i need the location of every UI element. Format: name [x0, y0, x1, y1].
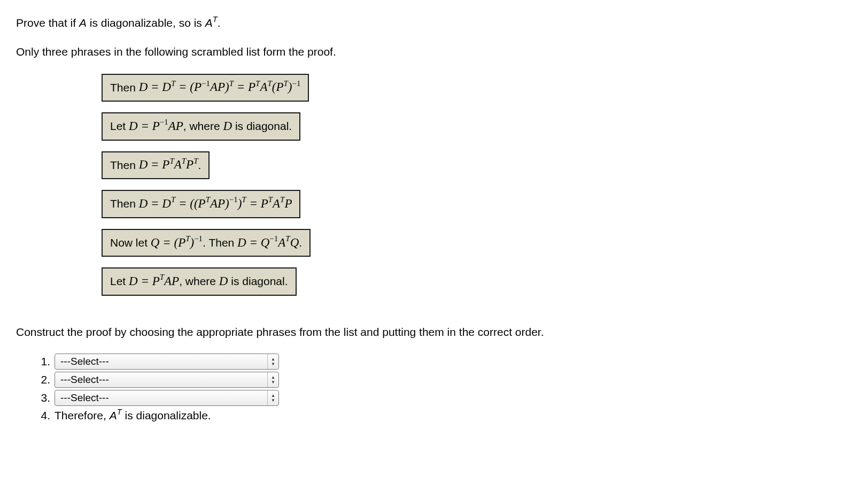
superscript-T: T [213, 15, 218, 24]
text: is diagonalizable. [122, 409, 211, 421]
select-phrase-3[interactable]: ---Select--- ▲ ▼ [55, 390, 279, 406]
math-expr: D = DT = (P−1AP)T = PTAT(PT)−1 [139, 80, 301, 94]
problem-statement: Prove that if A is diagonalizable, so is… [16, 15, 852, 30]
proof-step-1: 1. ---Select--- ▲ ▼ [34, 354, 852, 370]
step-number: 3. [34, 392, 50, 404]
math-expr: D [223, 119, 232, 133]
text: , where [183, 120, 223, 132]
text: . [218, 17, 221, 29]
proof-step-3: 3. ---Select--- ▲ ▼ [34, 390, 852, 406]
text: Therefore, [55, 409, 110, 421]
math-expr: Q = (PT)−1 [151, 236, 203, 249]
math-expr: D = PTATPT [139, 158, 198, 171]
phrase-box-1: Then D = DT = (P−1AP)T = PTAT(PT)−1 [102, 74, 309, 102]
phrase-box-6: Let D = PTAP, where D is diagonal. [102, 267, 297, 296]
math-expr: D [219, 274, 228, 288]
text: is diagonal. [228, 275, 288, 287]
phrase-box-5: Now let Q = (PT)−1. Then D = Q−1ATQ. [102, 229, 311, 257]
chevron-down-icon: ▼ [271, 380, 275, 385]
var-A: A [205, 17, 213, 29]
chevron-down-icon: ▼ [271, 398, 275, 403]
proof-step-2: 2. ---Select--- ▲ ▼ [34, 372, 852, 388]
text: is diagonalizable, so is [87, 17, 205, 29]
text: , where [179, 275, 219, 287]
scrambled-phrase-list: Then D = DT = (P−1AP)T = PTAT(PT)−1 Let … [102, 74, 852, 306]
final-statement: Therefore, AT is diagonalizable. [55, 408, 211, 422]
text: Now let [110, 236, 151, 249]
step-number: 1. [34, 355, 50, 368]
chevron-up-icon: ▲ [271, 357, 275, 362]
proof-construct-list: 1. ---Select--- ▲ ▼ 2. ---Select--- ▲ ▼ … [34, 354, 852, 422]
instruction-text: Only three phrases in the following scra… [16, 44, 852, 59]
text: is diagonal. [232, 120, 292, 132]
stepper-icon: ▲ ▼ [267, 372, 278, 387]
select-placeholder: ---Select--- [55, 374, 267, 386]
phrase-box-2: Let D = P−1AP, where D is diagonal. [102, 112, 300, 141]
phrase-box-4: Then D = DT = ((PTAP)−1)T = PTATP [102, 190, 300, 218]
var-A: A [79, 17, 87, 29]
proof-step-4: 4. Therefore, AT is diagonalizable. [34, 408, 852, 422]
text: Let [110, 120, 129, 132]
stepper-icon: ▲ ▼ [267, 390, 278, 405]
text: . [198, 158, 201, 171]
phrase-box-3: Then D = PTATPT. [102, 151, 210, 180]
text: Then [110, 197, 139, 210]
math-expr: D = P−1AP [129, 119, 183, 133]
text: Then [110, 158, 139, 171]
text: . Then [203, 236, 237, 249]
select-phrase-1[interactable]: ---Select--- ▲ ▼ [55, 354, 279, 370]
chevron-down-icon: ▼ [271, 362, 275, 366]
text: Prove that if [16, 17, 79, 29]
text: Then [110, 81, 139, 93]
chevron-up-icon: ▲ [271, 375, 275, 380]
problem-page: Prove that if A is diagonalizable, so is… [0, 0, 868, 437]
chevron-up-icon: ▲ [271, 393, 275, 398]
math-expr: D = DT = ((PTAP)−1)T = PTATP [139, 197, 292, 210]
stepper-icon: ▲ ▼ [267, 354, 278, 369]
step-number: 4. [34, 409, 50, 422]
text: . [299, 236, 302, 249]
math-expr: D = Q−1ATQ [237, 236, 299, 249]
select-phrase-2[interactable]: ---Select--- ▲ ▼ [55, 372, 279, 388]
superscript-T: T [117, 408, 122, 416]
math-expr: D = PTAP [129, 274, 179, 288]
step-number: 2. [34, 373, 50, 386]
var-A: A [110, 409, 117, 421]
select-placeholder: ---Select--- [55, 392, 267, 404]
construct-instruction: Construct the proof by choosing the appr… [16, 325, 852, 340]
text: Let [110, 275, 129, 287]
select-placeholder: ---Select--- [55, 356, 267, 367]
